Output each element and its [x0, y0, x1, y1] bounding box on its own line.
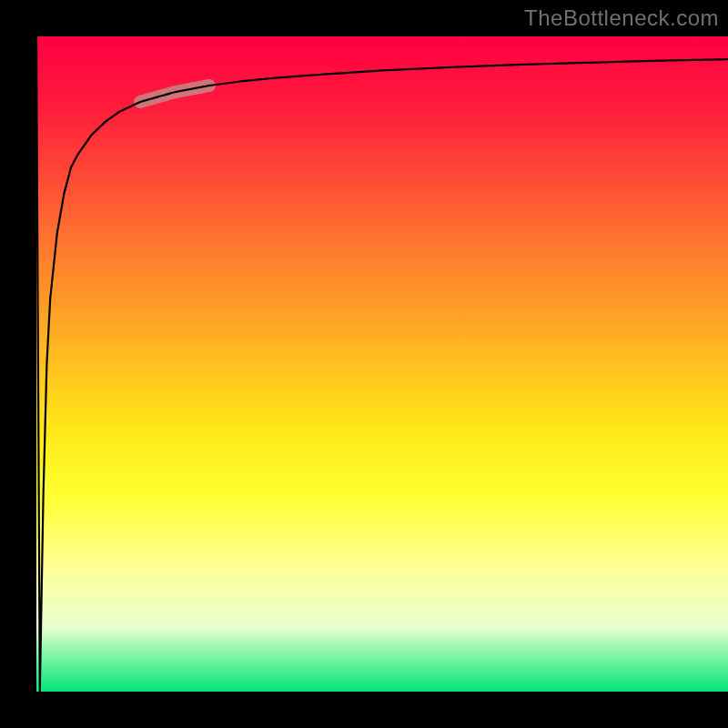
watermark-label: TheBottleneck.com — [524, 5, 719, 31]
chart-curve — [36, 36, 728, 692]
chart-frame: TheBottleneck.com — [0, 0, 728, 728]
chart-plot-area — [36, 36, 728, 692]
chart-highlight-segment — [140, 86, 209, 102]
chart-line — [36, 36, 728, 692]
